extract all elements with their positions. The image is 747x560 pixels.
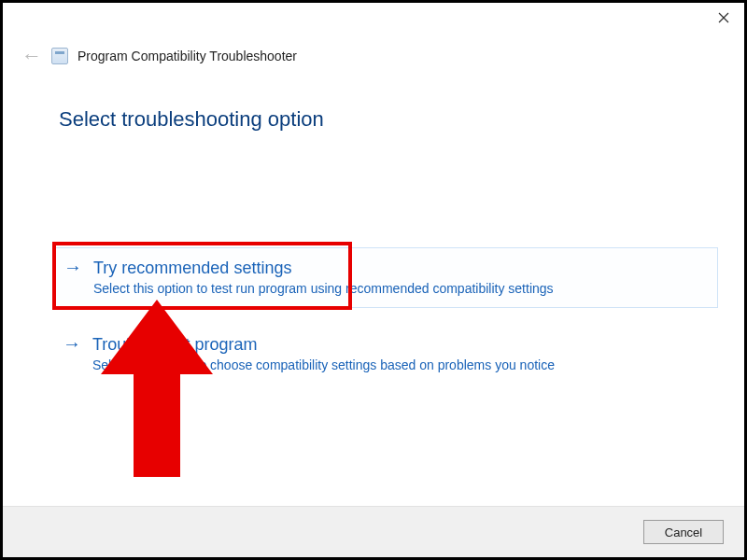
app-icon <box>51 48 68 64</box>
titlebar <box>3 3 744 33</box>
header-row: ← Program Compatibility Troubleshooter <box>21 46 297 66</box>
option-description: Select this option to choose compatibili… <box>92 357 711 372</box>
close-button[interactable] <box>703 4 744 32</box>
back-arrow-icon: ← <box>21 46 42 66</box>
cancel-button[interactable]: Cancel <box>643 520 724 544</box>
option-title: Try recommended settings <box>93 259 291 278</box>
arrow-right-icon: → <box>63 258 82 276</box>
option-troubleshoot-program[interactable]: → Troubleshoot program Select this optio… <box>55 325 718 384</box>
option-description: Select this option to test run program u… <box>93 281 710 296</box>
close-icon <box>718 12 729 23</box>
option-try-recommended[interactable]: → Try recommended settings Select this o… <box>55 247 718 308</box>
app-title: Program Compatibility Troubleshooter <box>78 49 297 63</box>
cancel-button-label: Cancel <box>665 525 702 539</box>
options-list: → Try recommended settings Select this o… <box>55 247 718 400</box>
footer-bar: Cancel <box>3 506 744 557</box>
page-heading: Select troubleshooting option <box>59 107 324 132</box>
arrow-right-icon: → <box>63 334 81 353</box>
dialog-window: ← Program Compatibility Troubleshooter S… <box>0 0 747 560</box>
option-title: Troubleshoot program <box>92 335 257 355</box>
